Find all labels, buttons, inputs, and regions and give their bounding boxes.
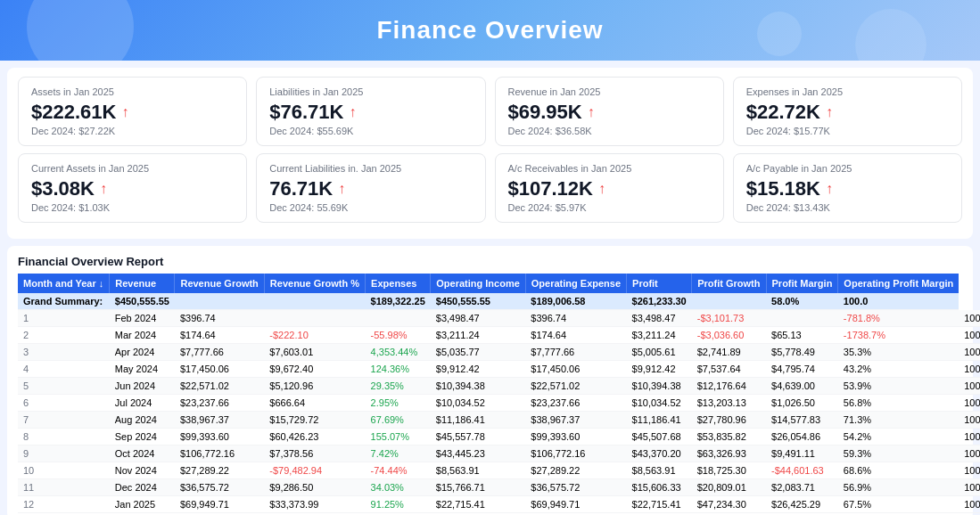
col-header-0[interactable]: Month and Year ↓ [18, 274, 110, 293]
grand-summary-cell-6: $189,006.58 [525, 293, 626, 310]
row-cell-5-11: 100.0 [959, 395, 980, 412]
row-cell-3-4: 124.36% [366, 361, 431, 378]
row-cell-3-1: May 2024 [110, 361, 175, 378]
row-cell-5-10: 56.8% [838, 395, 959, 412]
row-cell-4-9: $4,639.00 [766, 378, 838, 395]
row-cell-0-9 [766, 310, 838, 327]
kpi-card-3: A/c Payable in Jan 2025 $15.18K ↑ Dec 20… [733, 153, 962, 223]
row-cell-2-5: $5,035.77 [431, 344, 526, 361]
col-header-1[interactable]: Revenue [110, 274, 175, 293]
kpi-card-2: A/c Receivables in Jan 2025 $107.12K ↑ D… [495, 153, 724, 223]
table-row: 5Jun 2024$22,571.02$5,120.9629.35%$10,39… [18, 378, 980, 395]
row-cell-2-1: Apr 2024 [110, 344, 175, 361]
row-cell-6-4: 67.69% [366, 412, 431, 429]
row-cell-8-6: $106,772.16 [525, 446, 626, 462]
table-row: 10Nov 2024$27,289.22-$79,482.94-74.44%$8… [18, 462, 980, 479]
row-cell-7-0: 8 [18, 429, 110, 446]
row-cell-5-2: $23,237.66 [175, 395, 264, 412]
col-header-5[interactable]: Operating Income [431, 274, 526, 293]
table-row: 7Aug 2024$38,967.37$15,729.7267.69%$11,1… [18, 412, 980, 429]
col-header-6[interactable]: Operating Expense [525, 274, 626, 293]
table-row: 3Apr 2024$7,777.66$7,603.014,353.44%$5,0… [18, 344, 980, 361]
row-cell-5-0: 6 [18, 395, 110, 412]
kpi-label: Current Liabilities in. Jan 2025 [269, 163, 472, 174]
kpi-value: $107.12K ↑ [508, 177, 711, 200]
row-cell-7-2: $99,393.60 [175, 429, 264, 446]
row-cell-11-6: $69,949.71 [525, 496, 626, 513]
col-header-3[interactable]: Revenue Growth % [264, 274, 365, 293]
kpi-prev: Dec 2024: 55.69K [269, 202, 472, 213]
row-cell-9-11: 100.0 [959, 462, 980, 479]
table-row: 11Dec 2024$36,575.72$9,286.5034.03%$15,7… [18, 479, 980, 496]
row-cell-7-6: $99,393.60 [525, 429, 626, 446]
grand-summary-cell-7: $261,233.30 [627, 293, 692, 310]
row-cell-5-9: $1,026.50 [766, 395, 838, 412]
kpi-label: Expenses in Jan 2025 [746, 86, 949, 97]
row-cell-3-8: $7,537.64 [692, 361, 766, 378]
row-cell-1-8: -$3,036.60 [692, 327, 766, 344]
table-row: 6Jul 2024$23,237.66$666.642.95%$10,034.5… [18, 395, 980, 412]
col-header-7[interactable]: Profit [627, 274, 692, 293]
row-cell-7-7: $45,507.68 [627, 429, 692, 446]
kpi-label: Liabilities in Jan 2025 [269, 86, 472, 97]
table-row: 9Oct 2024$106,772.16$7,378.567.42%$43,44… [18, 446, 980, 462]
row-cell-1-4: -55.98% [366, 327, 431, 344]
trend-up-icon: ↑ [588, 104, 595, 120]
row-cell-8-4: 7.42% [366, 446, 431, 462]
row-cell-7-11: 100.0 [959, 429, 980, 446]
row-cell-6-6: $38,967.37 [525, 412, 626, 429]
kpi-prev: Dec 2024: $36.58K [508, 126, 711, 136]
col-header-2[interactable]: Revenue Growth [175, 274, 264, 293]
kpi-prev: Dec 2024: $1.03K [31, 202, 234, 213]
row-cell-1-9: $65.13 [766, 327, 838, 344]
table-row: 4May 2024$17,450.06$9,672.40124.36%$9,91… [18, 361, 980, 378]
kpi-card-1: Liabilities in Jan 2025 $76.71K ↑ Dec 20… [256, 77, 485, 146]
row-cell-5-5: $10,034.52 [431, 395, 526, 412]
page-header: Finance Overview [0, 0, 980, 61]
row-cell-4-6: $22,571.02 [525, 378, 626, 395]
row-cell-3-7: $9,912.42 [627, 361, 692, 378]
row-cell-6-0: 7 [18, 412, 110, 429]
kpi-prev: Dec 2024: $55.69K [269, 126, 472, 136]
row-cell-7-5: $45,557.78 [431, 429, 526, 446]
row-cell-11-3: $33,373.99 [264, 496, 365, 513]
row-cell-3-6: $17,450.06 [525, 361, 626, 378]
row-cell-10-1: Dec 2024 [110, 479, 175, 496]
row-cell-3-2: $17,450.06 [175, 361, 264, 378]
kpi-value: $3.08K ↑ [31, 177, 234, 200]
page-title: Finance Overview [0, 16, 980, 45]
row-cell-9-9: -$44,601.63 [766, 462, 838, 479]
row-cell-2-0: 3 [18, 344, 110, 361]
trend-up-icon: ↑ [349, 104, 356, 120]
row-cell-6-1: Aug 2024 [110, 412, 175, 429]
col-header-4[interactable]: Expenses [366, 274, 431, 293]
row-cell-10-3: $9,286.50 [264, 479, 365, 496]
row-cell-10-5: $15,766.71 [431, 479, 526, 496]
row-cell-4-7: $10,394.38 [627, 378, 692, 395]
row-cell-9-5: $8,563.91 [431, 462, 526, 479]
row-cell-11-4: 91.25% [366, 496, 431, 513]
kpi-value: $76.71K ↑ [269, 101, 472, 124]
row-cell-11-11: 100.0 [959, 496, 980, 513]
grand-summary-cell-3 [264, 293, 365, 310]
grand-summary-cell-4: $189,322.25 [366, 293, 431, 310]
col-header-9[interactable]: Profit Margin [766, 274, 838, 293]
row-cell-5-6: $23,237.66 [525, 395, 626, 412]
kpi-row-1: Assets in Jan 2025 $222.61K ↑ Dec 2024: … [18, 77, 962, 146]
kpi-card-1: Current Liabilities in. Jan 2025 76.71K … [256, 153, 485, 223]
row-cell-8-5: $43,445.23 [431, 446, 526, 462]
row-cell-3-10: 43.2% [838, 361, 959, 378]
table-row: 8Sep 2024$99,393.60$60,426.23155.07%$45,… [18, 429, 980, 446]
col-header-10[interactable]: Operating Profit Margin [838, 274, 959, 293]
row-cell-6-8: $27,780.96 [692, 412, 766, 429]
row-cell-10-4: 34.03% [366, 479, 431, 496]
row-cell-6-3: $15,729.72 [264, 412, 365, 429]
table-section: Financial Overview Report Month and Year… [7, 246, 973, 515]
grand-summary-cell-10: 100.0 [838, 293, 959, 310]
row-cell-9-6: $27,289.22 [525, 462, 626, 479]
col-header-8[interactable]: Profit Growth [692, 274, 766, 293]
row-cell-8-9: $9,491.11 [766, 446, 838, 462]
row-cell-10-6: $36,575.72 [525, 479, 626, 496]
trend-up-icon: ↑ [121, 104, 128, 120]
kpi-value: $69.95K ↑ [508, 101, 711, 124]
